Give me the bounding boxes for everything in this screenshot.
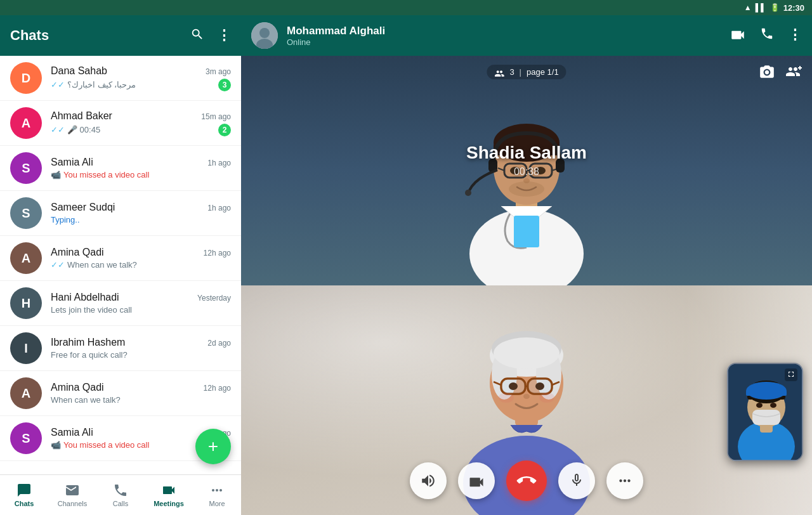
chat-item[interactable]: AAmina Qadi12h agoWhen can we talk?	[0, 371, 241, 416]
chat-time: Yesterday	[197, 294, 231, 303]
wifi-icon: ▲	[744, 3, 752, 12]
search-icon[interactable]	[190, 27, 204, 44]
avatar: D	[10, 62, 42, 94]
avatar: A	[10, 242, 42, 274]
mute-button[interactable]	[558, 462, 595, 499]
nav-item-more[interactable]: More	[193, 475, 241, 515]
nav-item-channels[interactable]: Channels	[48, 475, 96, 515]
call-duration: 00:38	[466, 166, 587, 178]
nav-chats-label: Chats	[15, 500, 34, 507]
nav-more-label: More	[209, 500, 225, 507]
chat-item[interactable]: AAmina Qadi12h ago✓✓ When can we talk?	[0, 236, 241, 281]
chat-item[interactable]: HHani AbdelhadiYesterdayLets join the vi…	[0, 281, 241, 326]
contact-status: Online	[287, 37, 721, 47]
new-chat-fab[interactable]: +	[195, 429, 231, 464]
chat-preview: Lets join the video call	[51, 305, 132, 315]
phone-call-icon[interactable]	[760, 27, 774, 44]
svg-point-49	[756, 403, 763, 408]
add-participant-icon[interactable]	[785, 63, 803, 82]
participant-count: 3	[509, 67, 514, 77]
speaker-button[interactable]	[410, 462, 447, 499]
right-menu-icon[interactable]: ⋮	[788, 27, 802, 44]
more-options-button[interactable]	[606, 462, 643, 499]
avatar: A	[10, 377, 42, 409]
svg-rect-52	[746, 391, 787, 396]
end-call-button[interactable]	[506, 460, 547, 501]
nav-item-calls[interactable]: Calls	[96, 475, 145, 515]
svg-point-20	[465, 190, 471, 196]
chat-name: Amina Qadi	[51, 382, 104, 393]
contact-avatar	[251, 22, 278, 49]
chat-item[interactable]: AAhmad Baker15m ago✓✓ 🎤 00:452	[0, 101, 241, 146]
page-indicator: page 1/1	[527, 67, 559, 77]
chats-title: Chats	[10, 27, 49, 44]
chat-preview: When can we talk?	[51, 395, 121, 405]
chat-time: 3m ago	[206, 67, 231, 76]
chat-preview: Free for a quick call?	[51, 350, 128, 360]
signal-icon: ▌▌	[756, 3, 766, 12]
nav-calls-label: Calls	[113, 500, 128, 507]
svg-point-40	[499, 393, 514, 403]
chat-name: Dana Sahab	[51, 65, 107, 77]
svg-point-1	[259, 28, 270, 38]
contact-name: Mohammad Alghali	[287, 25, 721, 37]
chat-time: 15m ago	[201, 112, 231, 121]
svg-point-38	[535, 382, 544, 390]
chat-preview: ✓✓ 🎤 00:45	[51, 125, 100, 134]
avatar: I	[10, 332, 42, 364]
svg-rect-21	[514, 216, 539, 247]
svg-point-39	[523, 394, 530, 399]
chat-item[interactable]: SSameer Sudqi1h agoTyping..	[0, 191, 241, 236]
video-call-icon[interactable]	[730, 27, 746, 44]
nav-item-meetings[interactable]: Meetings	[145, 475, 193, 515]
chat-preview: ✓✓ When can we talk?	[51, 260, 137, 270]
chat-list: DDana Sahab3m ago✓✓ مرحبا، كيف اخبارك؟3A…	[0, 56, 241, 474]
toggle-video-button[interactable]	[458, 462, 495, 499]
video-bottom	[241, 285, 812, 515]
unread-badge: 3	[218, 79, 231, 91]
chat-time: 2d ago	[207, 339, 231, 348]
chat-time: 12h ago	[204, 249, 231, 258]
avatar: H	[10, 287, 42, 319]
avatar: S	[10, 152, 42, 184]
chat-name: Samia Ali	[51, 157, 93, 168]
pip-video[interactable]	[727, 363, 803, 461]
video-top: 3 | page 1/1 Shadia Sallam 00:38	[241, 56, 812, 285]
left-header: Chats ⋮	[0, 15, 241, 56]
svg-point-50	[770, 403, 776, 408]
chat-name: Sameer Sudqi	[51, 202, 115, 213]
chat-time: 1h ago	[207, 159, 231, 167]
chat-name: Samia Ali	[51, 427, 93, 438]
chat-item[interactable]: IIbrahim Hashem2d agoFree for a quick ca…	[0, 326, 241, 371]
nav-item-chats[interactable]: Chats	[0, 475, 48, 515]
avatar: S	[10, 422, 42, 454]
chat-name: Ahmad Baker	[51, 110, 112, 122]
unread-badge: 2	[218, 124, 231, 136]
video-area: 3 | page 1/1 Shadia Sallam 00:38	[241, 56, 812, 515]
screenshot-icon[interactable]	[759, 63, 775, 82]
doctor-figure	[419, 70, 634, 285]
caller-info: Shadia Sallam 00:38	[466, 143, 587, 178]
chat-item[interactable]: SSamia Ali1h ago📹 You missed a video cal…	[0, 146, 241, 191]
svg-rect-48	[752, 410, 780, 425]
chat-preview: 📹 You missed a video call	[51, 440, 149, 450]
nav-channels-label: Channels	[58, 500, 87, 507]
page-info: 3 | page 1/1	[487, 65, 566, 79]
battery-icon: 🔋	[770, 3, 780, 12]
avatar: S	[10, 197, 42, 229]
chat-name: Hani Abdelhadi	[51, 292, 119, 303]
pip-expand-icon[interactable]	[785, 368, 797, 381]
chat-time: 12h ago	[204, 384, 231, 393]
chat-preview: ✓✓ مرحبا، كيف اخبارك؟	[51, 80, 136, 89]
chat-preview: 📹 You missed a video call	[51, 170, 149, 179]
chat-name: Amina Qadi	[51, 247, 104, 258]
menu-icon[interactable]: ⋮	[217, 27, 231, 44]
avatar: A	[10, 107, 42, 139]
right-panel: Mohammad Alghali Online ⋮	[241, 15, 812, 515]
chat-preview: Typing..	[51, 215, 80, 225]
chat-item[interactable]: DDana Sahab3m ago✓✓ مرحبا، كيف اخبارك؟3	[0, 56, 241, 101]
call-controls	[410, 460, 643, 501]
svg-point-29	[494, 337, 560, 369]
nav-meetings-label: Meetings	[154, 500, 184, 507]
status-time: 12:30	[783, 3, 804, 13]
